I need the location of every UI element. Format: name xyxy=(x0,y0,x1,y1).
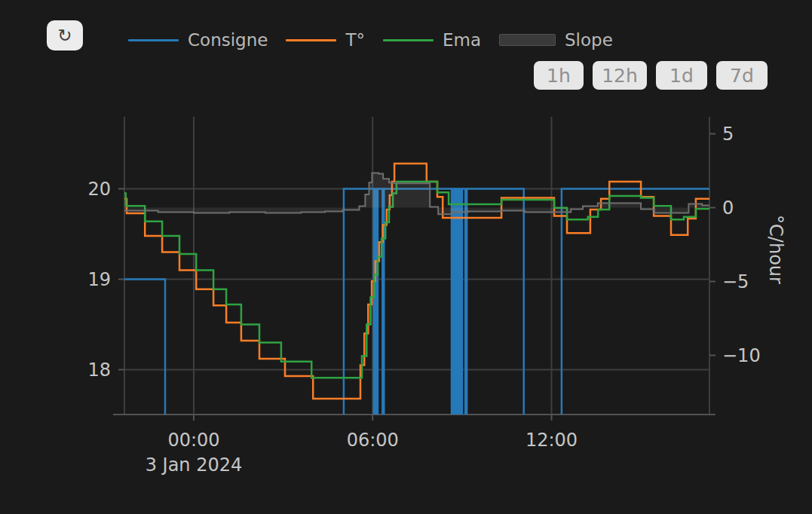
x-date-label: 3 Jan 2024 xyxy=(146,454,243,476)
refresh-button[interactable]: ↻ xyxy=(47,20,83,50)
slope-area xyxy=(124,173,709,214)
y-left-tick-label: 18 xyxy=(87,359,111,381)
consigne-line xyxy=(124,189,709,460)
range-button-12h[interactable]: 12h xyxy=(593,61,647,90)
ema-line-swatch xyxy=(383,39,434,41)
x-tick-label: 00:00 xyxy=(167,430,219,451)
y-right-tick-label: 5 xyxy=(722,124,734,145)
slope-area-swatch xyxy=(499,34,556,46)
axes xyxy=(113,134,715,421)
legend-label: Ema xyxy=(443,32,481,49)
x-tick-label: 12:00 xyxy=(526,430,578,451)
y-right-axis-title: °C/hour xyxy=(765,215,786,284)
time-range-buttons: 1h 12h 1d 7d xyxy=(534,61,768,90)
legend-item-consigne[interactable]: Consigne xyxy=(128,32,268,49)
y-right-tick-label: −10 xyxy=(722,345,761,366)
range-button-7d[interactable]: 7d xyxy=(716,61,768,90)
y-right-tick-label: −5 xyxy=(722,271,749,292)
legend-label: Consigne xyxy=(188,32,268,49)
y-left-tick-label: 20 xyxy=(87,179,111,200)
temperature-line-swatch xyxy=(286,39,336,41)
gridlines xyxy=(124,117,709,415)
y-left-tick-label: 19 xyxy=(87,269,111,290)
legend-label: T° xyxy=(345,32,365,49)
legend-label: Slope xyxy=(565,32,613,49)
range-button-1h[interactable]: 1h xyxy=(534,61,584,90)
x-tick-label: 06:00 xyxy=(347,430,399,451)
legend-item-slope[interactable]: Slope xyxy=(499,32,613,49)
legend-item-temperature[interactable]: T° xyxy=(286,32,365,49)
plot-series xyxy=(124,164,709,460)
y-right-tick-label: 0 xyxy=(722,197,734,219)
refresh-icon: ↻ xyxy=(57,26,72,45)
chart-legend: Consigne T° Ema Slope xyxy=(128,29,613,51)
range-button-1d[interactable]: 1d xyxy=(656,61,707,90)
consigne-line-swatch xyxy=(128,39,179,41)
legend-item-ema[interactable]: Ema xyxy=(383,32,481,49)
